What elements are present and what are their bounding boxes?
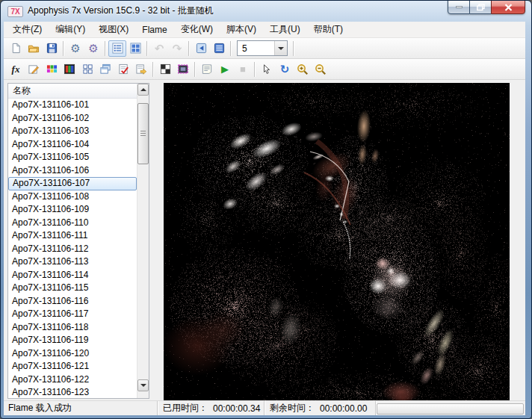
mosaic-button[interactable] xyxy=(78,61,96,78)
list-item[interactable]: Apo7X-131106-102 xyxy=(8,112,137,125)
list-view-button[interactable] xyxy=(108,40,126,57)
settings-button[interactable]: ⚙ xyxy=(66,40,84,57)
list-item[interactable]: Apo7X-131106-104 xyxy=(8,138,137,152)
list-item[interactable]: Apo7X-131106-108 xyxy=(8,190,137,204)
frame-button[interactable] xyxy=(174,61,192,78)
menu-bar: 文件(Z) 编辑(Y) 视图(X) Flame 变化(W) 脚本(V) 工具(U… xyxy=(4,22,525,38)
scrollbar-thumb[interactable] xyxy=(137,103,149,164)
scroll-down-button[interactable] xyxy=(137,379,149,391)
list-item[interactable]: Apo7X-131106-101 xyxy=(8,99,137,112)
list-item[interactable]: Apo7X-131106-105 xyxy=(8,151,137,164)
list-item[interactable]: Apo7X-131106-106 xyxy=(8,164,137,178)
toolbar-separator xyxy=(188,41,190,56)
list-item[interactable]: Apo7X-131106-114 xyxy=(8,269,137,282)
export-button[interactable] xyxy=(132,61,150,78)
menu-script[interactable]: 脚本(V) xyxy=(220,21,263,38)
open-button[interactable] xyxy=(25,40,43,57)
flame-list: Apo7X-131106-101 Apo7X-131106-102 Apo7X-… xyxy=(8,99,137,398)
gear-icon: ⚙ xyxy=(70,43,80,54)
menu-view[interactable]: 视图(X) xyxy=(92,21,135,38)
chevron-up-icon xyxy=(140,88,146,91)
window-title: Apophysis 7x Version 15C.9 - 32 bit - 批量… xyxy=(28,1,214,22)
list-scrollbar[interactable] xyxy=(137,84,149,398)
menu-file[interactable]: 文件(Z) xyxy=(6,21,49,38)
toolbar-separator xyxy=(293,41,294,56)
list-item[interactable]: Apo7X-131106-116 xyxy=(8,295,137,308)
toolbar-separator xyxy=(230,41,232,56)
toolbar-separator xyxy=(152,62,154,77)
main-area: 名称 Apo7X-131106-101 Apo7X-131106-102 Apo… xyxy=(4,80,525,400)
rotate-icon: ↻ xyxy=(280,63,290,75)
elapsed-time-value: 00:00:00.34 xyxy=(213,403,260,414)
script-editor-button[interactable] xyxy=(198,61,216,78)
list-item[interactable]: Apo7X-131106-121 xyxy=(8,360,137,373)
adjust-button[interactable] xyxy=(43,61,61,78)
list-item[interactable]: Apo7X-131106-111 xyxy=(8,229,137,243)
list-item[interactable]: Apo7X-131106-110 xyxy=(8,217,137,230)
render-preview-area xyxy=(164,83,510,402)
toolbar-separator xyxy=(146,41,148,56)
flame-list-header[interactable]: 名称 xyxy=(8,84,137,99)
select-tool-button[interactable] xyxy=(258,61,276,78)
stop-icon: ■ xyxy=(240,64,246,74)
new-flame-button[interactable] xyxy=(7,40,25,57)
list-item[interactable]: Apo7X-131106-115 xyxy=(8,282,137,295)
minimize-button[interactable] xyxy=(448,0,470,14)
list-item[interactable]: Apo7X-131106-123 xyxy=(8,386,137,398)
elapsed-time-panel: 已用时间： 00:00:00.34 xyxy=(158,401,265,415)
edit-toolbar: fx xyxy=(4,59,525,80)
list-item-selected[interactable]: Apo7X-131106-107 xyxy=(8,177,137,190)
minimize-icon xyxy=(456,6,463,8)
list-item[interactable]: Apo7X-131106-109 xyxy=(8,203,137,217)
list-item[interactable]: Apo7X-131106-117 xyxy=(8,308,137,321)
fx-icon: fx xyxy=(12,64,20,74)
save-floppy-icon xyxy=(46,43,58,54)
list-item[interactable]: Apo7X-131106-103 xyxy=(8,125,137,138)
gradient-button[interactable] xyxy=(61,61,78,78)
zoom-out-button[interactable] xyxy=(312,61,330,78)
list-item[interactable]: Apo7X-131106-113 xyxy=(8,255,137,269)
panel-view-button[interactable] xyxy=(210,40,228,57)
render-button[interactable] xyxy=(114,61,132,78)
flame-list-panel: 名称 Apo7X-131106-101 Apo7X-131106-102 Apo… xyxy=(7,83,149,399)
stop-script-button[interactable]: ■ xyxy=(234,61,252,78)
list-item[interactable]: Apo7X-131106-120 xyxy=(8,347,137,361)
menu-edit[interactable]: 编辑(Y) xyxy=(49,21,92,38)
save-button[interactable] xyxy=(43,40,61,57)
list-item[interactable]: Apo7X-131106-122 xyxy=(8,373,137,387)
run-script-button[interactable]: ▶ xyxy=(216,61,234,78)
zoom-in-button[interactable] xyxy=(294,61,312,78)
panel-icon xyxy=(214,43,225,54)
title-bar[interactable]: 7X Apophysis 7x Version 15C.9 - 32 bit -… xyxy=(1,1,531,22)
quality-select[interactable]: 5 xyxy=(237,40,288,56)
restore-button[interactable] xyxy=(470,0,491,14)
windows-button[interactable] xyxy=(96,61,114,78)
menu-help[interactable]: 帮助(T) xyxy=(307,21,350,38)
redo-button[interactable]: ↷ xyxy=(168,40,186,57)
zoom-in-icon xyxy=(297,63,309,75)
restore-window-toolbar-button[interactable] xyxy=(192,40,210,57)
close-button[interactable] xyxy=(491,0,525,14)
list-item[interactable]: Apo7X-131106-112 xyxy=(8,243,137,256)
list-item[interactable]: Apo7X-131106-118 xyxy=(8,321,137,335)
transparency-button[interactable] xyxy=(156,61,174,78)
grid-view-button[interactable] xyxy=(126,40,144,57)
restore-window-icon xyxy=(196,43,207,54)
list-view-icon xyxy=(112,43,123,54)
edit-pencil-icon xyxy=(28,63,40,75)
menu-tools[interactable]: 工具(U) xyxy=(263,21,307,38)
menu-flame[interactable]: Flame xyxy=(135,22,173,37)
list-item[interactable]: Apo7X-131106-119 xyxy=(8,334,137,347)
scroll-up-button[interactable] xyxy=(137,84,149,96)
variation-editor-button[interactable]: fx xyxy=(7,61,25,78)
reset-view-button[interactable]: ↻ xyxy=(276,61,294,78)
editor-button[interactable] xyxy=(25,61,43,78)
menu-variation[interactable]: 变化(W) xyxy=(174,21,220,38)
options-button[interactable]: ⚙ xyxy=(84,40,102,57)
checkerboard-icon xyxy=(160,63,171,75)
undo-button[interactable]: ↶ xyxy=(150,40,168,57)
app-window: 7X Apophysis 7x Version 15C.9 - 32 bit -… xyxy=(0,0,532,419)
play-icon: ▶ xyxy=(221,64,229,74)
status-message: Flame 载入成功 xyxy=(8,402,72,415)
combo-dropdown-button[interactable] xyxy=(274,41,287,55)
